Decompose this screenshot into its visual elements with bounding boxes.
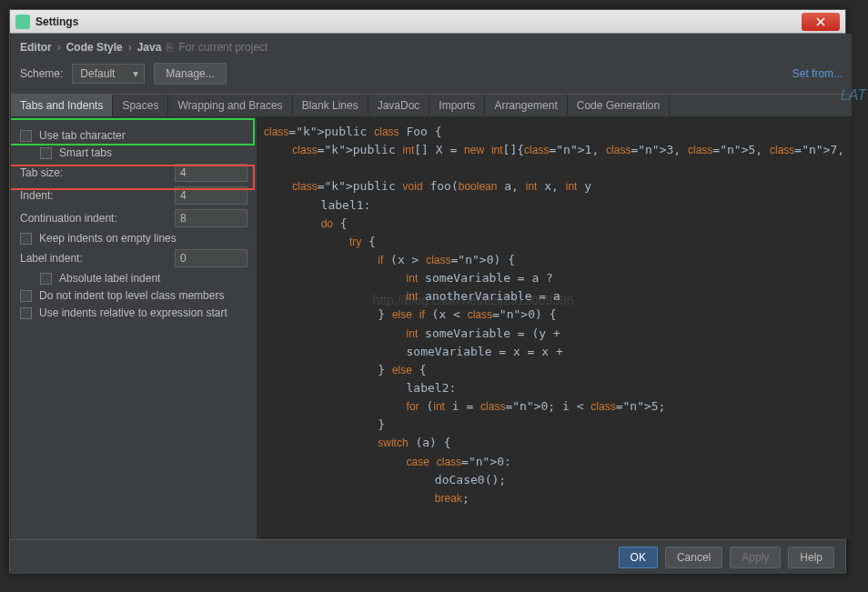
tab-bar: Tabs and IndentsSpacesWrapping and Brace… (11, 94, 852, 117)
use-tab-character-label: Use tab character (39, 129, 126, 142)
background-text: LAT (841, 87, 866, 104)
smart-tabs-label: Smart tabs (59, 146, 112, 159)
indent-row: Indent: (20, 186, 247, 205)
cancel-button[interactable]: Cancel (665, 547, 722, 568)
checkbox-icon[interactable] (20, 130, 32, 142)
tab-wrapping-and-braces[interactable]: Wrapping and Braces (168, 95, 292, 116)
checkbox-icon[interactable] (20, 233, 32, 245)
breadcrumb: Editor› Code Style› Java ⎘ For current p… (11, 34, 852, 59)
use-relative-label: Use indents relative to expression start (39, 306, 227, 319)
label-indent-input[interactable] (175, 249, 247, 267)
indent-label: Indent: (20, 189, 175, 202)
scheme-select[interactable]: Default (72, 64, 145, 84)
app-icon (15, 15, 30, 29)
code-preview: class="k">public class Foo { class="k">p… (257, 117, 852, 539)
tab-code-generation[interactable]: Code Generation (568, 95, 670, 116)
checkbox-icon[interactable] (20, 307, 32, 319)
tab-size-label: Tab size: (20, 166, 175, 179)
apply-button[interactable]: Apply (730, 547, 781, 568)
crumb-hint: For current project (178, 41, 267, 54)
scheme-label: Scheme: (20, 67, 63, 80)
set-from-link[interactable]: Set from... (792, 67, 843, 80)
checkbox-icon[interactable] (40, 147, 52, 159)
continuation-indent-label: Continuation indent: (20, 212, 175, 225)
window-title: Settings (35, 15, 78, 28)
crumb-codestyle[interactable]: Code Style (66, 41, 123, 54)
label-indent-row: Label indent: (20, 249, 247, 267)
project-icon: ⎘ (167, 41, 173, 54)
help-button[interactable]: Help (788, 547, 834, 568)
continuation-indent-input[interactable] (175, 209, 247, 227)
dialog-footer: OK Cancel Apply Help (10, 539, 845, 574)
label-indent-label: Label indent: (20, 252, 175, 265)
ok-button[interactable]: OK (619, 547, 658, 568)
indent-input[interactable] (175, 186, 247, 205)
tab-tabs-and-indents[interactable]: Tabs and Indents (11, 95, 113, 116)
use-relative-row[interactable]: Use indents relative to expression start (20, 306, 247, 319)
settings-dialog: Settings ▸Appearance & BehaviorKeymap▾Ed… (9, 9, 846, 573)
keep-indents-label: Keep indents on empty lines (39, 232, 177, 245)
close-icon (816, 17, 825, 26)
crumb-editor[interactable]: Editor (20, 41, 52, 54)
tab-blank-lines[interactable]: Blank Lines (293, 95, 368, 116)
continuation-indent-row: Continuation indent: (20, 209, 247, 227)
checkbox-icon[interactable] (40, 273, 52, 285)
absolute-label-indent-label: Absolute label indent (59, 272, 160, 285)
scheme-row: Scheme: Default Manage... Set from... (11, 59, 852, 94)
options-panel: Use tab character Smart tabs Tab size: I… (11, 117, 257, 539)
crumb-java[interactable]: Java (137, 41, 162, 54)
no-indent-top-row[interactable]: Do not indent top level class members (20, 289, 247, 302)
no-indent-top-label: Do not indent top level class members (39, 289, 224, 302)
tab-arrangement[interactable]: Arrangement (485, 95, 567, 116)
keep-indents-row[interactable]: Keep indents on empty lines (20, 232, 247, 245)
checkbox-icon[interactable] (20, 290, 32, 302)
tab-imports[interactable]: Imports (429, 95, 485, 116)
absolute-label-indent-row[interactable]: Absolute label indent (20, 272, 247, 285)
smart-tabs-row[interactable]: Smart tabs (20, 146, 247, 159)
close-button[interactable] (802, 13, 840, 31)
main-panel: Editor› Code Style› Java ⎘ For current p… (11, 34, 852, 539)
manage-button[interactable]: Manage... (154, 63, 226, 85)
titlebar[interactable]: Settings (10, 10, 845, 34)
tab-size-input[interactable] (175, 164, 247, 182)
tab-size-row: Tab size: (20, 164, 247, 182)
tab-javadoc[interactable]: JavaDoc (368, 95, 430, 116)
tab-spaces[interactable]: Spaces (113, 95, 168, 116)
use-tab-character-row[interactable]: Use tab character (20, 129, 247, 142)
